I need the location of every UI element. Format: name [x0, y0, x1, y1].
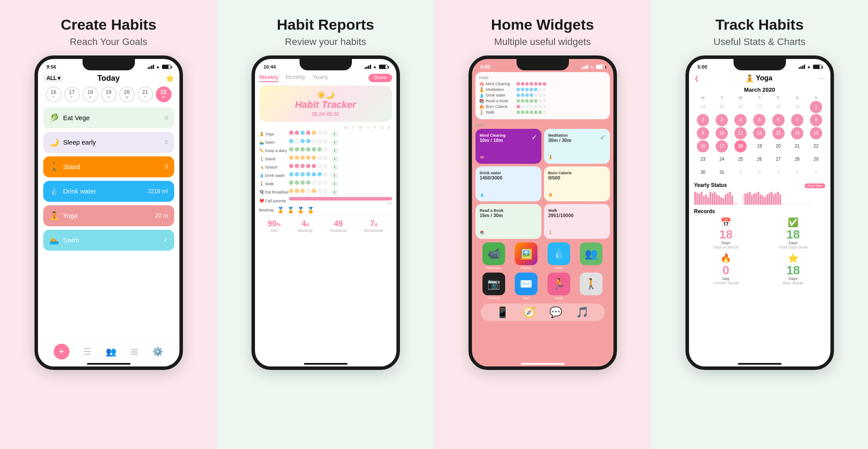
p2-walk-row: 🚶 Walk i: [259, 180, 392, 187]
fire-icon: 🔥: [720, 253, 731, 263]
cal-21[interactable]: 21: [791, 140, 803, 152]
cal-31[interactable]: 31: [716, 166, 728, 179]
list-nav-icon[interactable]: ☰: [83, 346, 91, 357]
cal-29b[interactable]: 29: [810, 153, 822, 166]
cal-5[interactable]: 5: [753, 114, 765, 126]
date-22-active[interactable]: 22 W: [156, 86, 172, 102]
app-walk[interactable]: 🚶: [576, 273, 606, 300]
yoga-emoji: 🧘: [745, 74, 754, 83]
wifi-icon-1: ▲: [156, 64, 160, 69]
cal-2[interactable]: 2: [697, 114, 709, 126]
habit-drink-water[interactable]: 💧 Drink water 2218 ml: [43, 181, 174, 202]
dock-messages[interactable]: 💬: [549, 306, 562, 318]
date-21[interactable]: 21 T: [138, 86, 153, 102]
date-19[interactable]: 19 S: [101, 86, 117, 102]
panel-3-title: Home Widgets: [491, 16, 594, 34]
date-16[interactable]: 16 T: [46, 86, 62, 102]
cal-27b[interactable]: 27: [772, 153, 785, 166]
p2-water-row: 💧 Drink water i: [259, 172, 392, 179]
eat-vege-name: Eat Vege: [63, 114, 165, 121]
cal-7[interactable]: 7: [791, 114, 803, 126]
cal-12[interactable]: 12: [753, 127, 765, 139]
cal-2b[interactable]: 2: [753, 166, 765, 179]
wc-read-book: Read a Book 15m / 30m 📚: [475, 204, 541, 239]
cal-29[interactable]: 29: [791, 101, 803, 113]
app-habit-drop[interactable]: 💧 Habit: [544, 242, 574, 270]
cal-17[interactable]: 17: [716, 140, 728, 152]
tab-yearly[interactable]: Yearly: [313, 74, 328, 82]
cal-28[interactable]: 28: [772, 101, 785, 113]
cal-11[interactable]: 11: [734, 127, 747, 139]
cal-28b[interactable]: 28: [791, 153, 803, 166]
cal-15[interactable]: 15: [810, 127, 822, 139]
cal-1[interactable]: 1: [810, 101, 822, 113]
cal-18-today[interactable]: 18: [734, 140, 747, 152]
cal-9[interactable]: 9: [697, 127, 709, 139]
home-indicator-1: [87, 363, 131, 365]
cal-26b[interactable]: 26: [753, 153, 765, 166]
cal-25[interactable]: 25: [716, 101, 728, 113]
share-button[interactable]: Share: [369, 74, 392, 82]
cal-14[interactable]: 14: [791, 127, 803, 139]
habit-eat-vege[interactable]: 🥬 Eat Vege 0: [43, 107, 174, 128]
cal-30[interactable]: 30: [697, 166, 709, 179]
date-17[interactable]: 17 F: [64, 86, 80, 102]
days-in-march-label: Days in March: [713, 245, 739, 249]
dock-safari[interactable]: 🧭: [523, 306, 536, 318]
cal-24b[interactable]: 24: [716, 153, 728, 166]
habit-swim[interactable]: 🏊 Swim ✓: [43, 230, 174, 251]
time-1: 9:56: [47, 64, 56, 69]
grid-nav-icon[interactable]: ⊞: [131, 346, 138, 357]
add-habit-button[interactable]: +: [54, 344, 69, 359]
cal-6[interactable]: 6: [772, 114, 785, 126]
cal-8[interactable]: 8: [810, 114, 822, 126]
cal-5b[interactable]: 5: [810, 166, 822, 179]
app-people[interactable]: 👥: [576, 242, 606, 270]
panel-1-title: Create Habits: [61, 16, 156, 34]
cal-22[interactable]: 22: [810, 140, 822, 152]
habit-sleep-early[interactable]: 🌙 Sleep early 0: [43, 132, 174, 153]
settings-nav-icon[interactable]: ⚙️: [152, 346, 163, 357]
cal-10[interactable]: 10: [716, 127, 728, 139]
cal-13[interactable]: 13: [772, 127, 785, 139]
app-mail[interactable]: ✉️ Mail: [511, 273, 541, 300]
cal-3[interactable]: 3: [716, 114, 728, 126]
filter-button[interactable]: ALL ▾: [43, 74, 64, 82]
date-18[interactable]: 18 S: [83, 86, 98, 102]
cal-4[interactable]: 4: [734, 114, 747, 126]
p1-screen: ALL ▾ Today ⭐ 16 T 17 F 18 S: [38, 72, 179, 251]
back-button[interactable]: ❮: [694, 75, 699, 82]
dock-music[interactable]: 🎵: [576, 306, 589, 318]
widget-cards-title: Habit: [475, 123, 610, 127]
tab-monthly[interactable]: Monthly: [286, 74, 306, 82]
dock-phone[interactable]: 📱: [496, 306, 509, 318]
cal-3b[interactable]: 3: [772, 166, 785, 179]
app-photos[interactable]: 🖼️ Photos: [511, 242, 541, 270]
filter-label: ALL: [47, 75, 57, 81]
cal-25b[interactable]: 25: [734, 153, 747, 166]
cal-27[interactable]: 27: [753, 101, 765, 113]
habit-yoga[interactable]: 🧘 Yoga 20 m: [43, 205, 174, 226]
cal-1b[interactable]: 1: [734, 166, 747, 179]
cal-24[interactable]: 24: [697, 101, 709, 113]
card-title: Habit Tracker: [265, 99, 387, 111]
tab-weekly[interactable]: Weekly: [259, 74, 279, 82]
habit-stand[interactable]: 🚶 Stand 3: [43, 156, 174, 177]
cal-20[interactable]: 20: [772, 140, 785, 152]
app-habit-run[interactable]: 🏃 Habit: [544, 273, 574, 300]
days-in-march-unit: Days: [721, 241, 730, 245]
cal-4b[interactable]: 4: [791, 166, 803, 179]
panel-create-habits: Create Habits Reach Your Goals 9:56 ▲ AL…: [0, 0, 217, 449]
panel-track-habits: Track Habits Useful Stats & Charts 5:00 …: [651, 0, 868, 449]
cal-19[interactable]: 19: [753, 140, 765, 152]
p2-swim-row: 🏊 Swim i: [259, 139, 392, 146]
cal-16[interactable]: 16: [697, 140, 709, 152]
app-facetime[interactable]: 📹 FaceTime: [479, 242, 509, 270]
date-20[interactable]: 20 M: [119, 86, 135, 102]
more-button[interactable]: ···: [818, 74, 825, 83]
cal-23[interactable]: 23: [697, 153, 709, 166]
people-nav-icon[interactable]: 👥: [106, 346, 117, 357]
app-camera[interactable]: 📷 Camera: [479, 273, 509, 300]
phone-2: 10:44 ▲ Weekly Monthly Yearly Share: [251, 55, 400, 370]
cal-26[interactable]: 26: [734, 101, 747, 113]
